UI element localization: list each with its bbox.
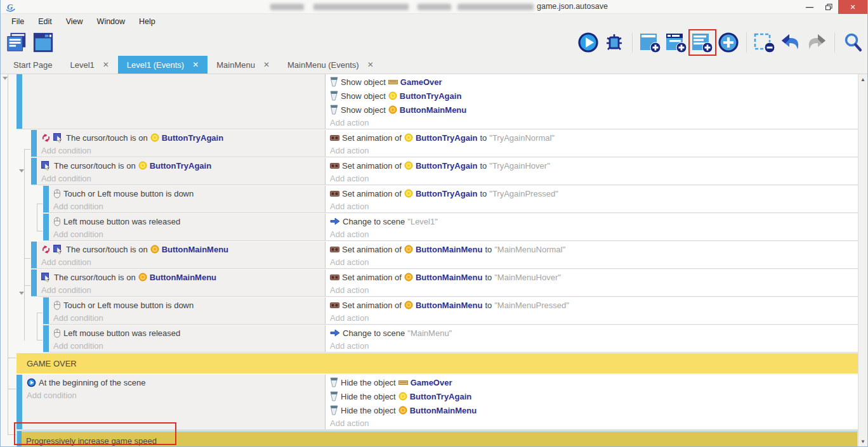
- condition-line[interactable]: At the beginning of the scene: [27, 375, 322, 389]
- tab-start-page[interactable]: Start Page: [4, 56, 61, 74]
- add-condition-button[interactable]: Add condition: [53, 312, 322, 324]
- conditions-cell[interactable]: At the beginning of the sceneAdd conditi…: [22, 375, 326, 429]
- add-condition-button[interactable]: Add condition: [53, 228, 322, 240]
- add-action-button[interactable]: Add action: [330, 228, 855, 240]
- add-action-button[interactable]: Add action: [330, 117, 855, 129]
- action-line[interactable]: Set animation ofButtonMainMenuto"MainMen…: [330, 270, 855, 284]
- undo-button[interactable]: [780, 31, 801, 54]
- event-row[interactable]: The cursor/touch is onButtonTryAgainAdd …: [31, 130, 858, 157]
- conditions-cell[interactable]: Touch or Left mouse button is downAdd co…: [49, 297, 326, 324]
- event-selection-bar[interactable]: [16, 375, 22, 429]
- actions-cell[interactable]: Set animation ofButtonTryAgainto"TryAgai…: [326, 158, 858, 185]
- actions-cell[interactable]: Set animation ofButtonMainMenuto"MainMen…: [326, 269, 858, 296]
- remove-selection-button[interactable]: [754, 31, 775, 54]
- minimize-button[interactable]: —: [800, 0, 819, 14]
- conditions-cell[interactable]: The cursor/touch is onButtonTryAgainAdd …: [37, 158, 326, 185]
- scroll-down-button[interactable]: ▼: [860, 439, 865, 444]
- action-line[interactable]: Show objectButtonMainMenu: [330, 103, 855, 117]
- search-button[interactable]: [842, 31, 864, 54]
- add-action-button[interactable]: Add action: [330, 312, 855, 324]
- action-line[interactable]: Set animation ofButtonMainMenuto"MainMen…: [330, 242, 855, 256]
- event-row[interactable]: The cursor/touch is onButtonTryAgainAdd …: [31, 158, 858, 185]
- actions-cell[interactable]: Set animation ofButtonTryAgainto"TryAgai…: [326, 130, 858, 157]
- menu-file[interactable]: File: [4, 14, 31, 29]
- menu-help[interactable]: Help: [132, 14, 162, 29]
- action-line[interactable]: Set animation ofButtonTryAgainto"TryAgai…: [330, 186, 855, 200]
- action-line[interactable]: Hide the objectButtonTryAgain: [330, 389, 855, 403]
- event-row[interactable]: Left mouse button was releasedAdd condit…: [43, 325, 858, 353]
- condition-line[interactable]: The cursor/touch is onButtonMainMenu: [41, 270, 322, 284]
- action-line[interactable]: Set animation ofButtonTryAgainto"TryAgai…: [330, 131, 855, 145]
- action-line[interactable]: Change to scene"MainMenu": [330, 326, 855, 340]
- play-button[interactable]: [577, 31, 599, 54]
- condition-line[interactable]: Left mouse button was released: [53, 214, 322, 228]
- add-condition-button[interactable]: Add condition: [53, 340, 322, 352]
- condition-line[interactable]: The cursor/touch is onButtonTryAgain: [41, 159, 322, 172]
- add-condition-button[interactable]: Add condition: [41, 256, 322, 268]
- conditions-cell[interactable]: The cursor/touch is onButtonMainMenuAdd …: [37, 242, 326, 268]
- scene-editor-button[interactable]: [32, 31, 54, 54]
- action-line[interactable]: Set animation ofButtonTryAgainto"TryAgai…: [330, 159, 855, 172]
- event-selection-bar[interactable]: [16, 74, 22, 129]
- event-selection-bar[interactable]: [31, 242, 37, 268]
- event-selection-bar[interactable]: [43, 325, 49, 352]
- actions-cell[interactable]: Hide the objectGameOverHide the objectBu…: [326, 375, 858, 429]
- menu-edit[interactable]: Edit: [31, 14, 59, 29]
- event-row[interactable]: Left mouse button was releasedAdd condit…: [43, 214, 858, 241]
- tab-close-icon[interactable]: ✕: [103, 60, 109, 69]
- tab-mainmenu[interactable]: MainMenu✕: [207, 56, 279, 74]
- scroll-up-button[interactable]: ▲: [860, 77, 865, 82]
- action-line[interactable]: Change to scene"Level1": [330, 214, 855, 228]
- event-selection-bar[interactable]: [43, 214, 49, 240]
- conditions-cell[interactable]: Touch or Left mouse button is downAdd co…: [49, 186, 326, 212]
- event-selection-bar[interactable]: [43, 297, 49, 324]
- action-line[interactable]: Hide the objectButtonMainMenu: [330, 403, 855, 417]
- event-row[interactable]: The cursor/touch is onButtonMainMenuAdd …: [31, 269, 858, 297]
- close-button[interactable]: ✕: [838, 0, 867, 14]
- conditions-cell[interactable]: [22, 74, 326, 129]
- event-selection-bar[interactable]: [31, 130, 37, 157]
- condition-line[interactable]: Left mouse button was released: [53, 326, 322, 340]
- project-manager-button[interactable]: [6, 31, 27, 54]
- condition-line[interactable]: Touch or Left mouse button is down: [53, 298, 322, 312]
- actions-cell[interactable]: Set animation ofButtonMainMenuto"MainMen…: [326, 242, 858, 268]
- conditions-cell[interactable]: The cursor/touch is onButtonMainMenuAdd …: [37, 269, 326, 296]
- event-selection-bar[interactable]: [31, 269, 37, 296]
- event-row[interactable]: Touch or Left mouse button is downAdd co…: [43, 186, 858, 213]
- action-line[interactable]: Set animation ofButtonMainMenuto"MainMen…: [330, 298, 855, 312]
- add-action-button[interactable]: Add action: [330, 200, 855, 212]
- actions-cell[interactable]: Change to scene"Level1"Add action: [326, 214, 858, 240]
- event-row[interactable]: Show objectGameOverShow objectButtonTryA…: [16, 74, 858, 129]
- add-plus-button[interactable]: [718, 31, 739, 54]
- condition-line[interactable]: The cursor/touch is onButtonTryAgain: [41, 131, 322, 145]
- add-action-button[interactable]: Add action: [330, 172, 855, 185]
- add-condition-button[interactable]: Add condition: [41, 145, 322, 157]
- add-action-button[interactable]: Add action: [330, 145, 855, 157]
- redo-button[interactable]: [806, 31, 827, 54]
- event-row[interactable]: Touch or Left mouse button is downAdd co…: [43, 297, 858, 325]
- tab-level1[interactable]: Level1✕: [61, 56, 117, 74]
- add-subevent-button[interactable]: [666, 31, 687, 54]
- event-selection-bar[interactable]: [43, 186, 49, 212]
- restore-button[interactable]: [819, 0, 838, 14]
- actions-cell[interactable]: Show objectGameOverShow objectButtonTryA…: [326, 74, 858, 129]
- add-action-button[interactable]: Add action: [330, 284, 855, 296]
- event-selection-bar[interactable]: [31, 158, 37, 185]
- tab-close-icon[interactable]: ✕: [367, 60, 374, 69]
- tab-level1-events[interactable]: Level1 (Events)✕: [118, 56, 207, 74]
- event-row[interactable]: At the beginning of the sceneAdd conditi…: [16, 375, 858, 430]
- actions-cell[interactable]: Set animation ofButtonMainMenuto"MainMen…: [326, 297, 858, 324]
- add-action-button[interactable]: Add action: [330, 417, 855, 429]
- condition-line[interactable]: Touch or Left mouse button is down: [53, 186, 322, 200]
- conditions-cell[interactable]: The cursor/touch is onButtonTryAgainAdd …: [37, 130, 326, 157]
- tab-close-icon[interactable]: ✕: [192, 60, 199, 69]
- menu-window[interactable]: Window: [90, 14, 132, 29]
- conditions-cell[interactable]: Left mouse button was releasedAdd condit…: [49, 214, 326, 240]
- actions-cell[interactable]: Set animation ofButtonTryAgainto"TryAgai…: [326, 186, 858, 212]
- add-event-button[interactable]: [640, 31, 661, 54]
- add-condition-button[interactable]: Add condition: [41, 172, 322, 185]
- conditions-cell[interactable]: Left mouse button was releasedAdd condit…: [49, 325, 326, 352]
- debug-button[interactable]: [603, 31, 625, 54]
- condition-line[interactable]: The cursor/touch is onButtonMainMenu: [41, 242, 322, 256]
- comment-row[interactable]: GAME OVER: [16, 353, 858, 373]
